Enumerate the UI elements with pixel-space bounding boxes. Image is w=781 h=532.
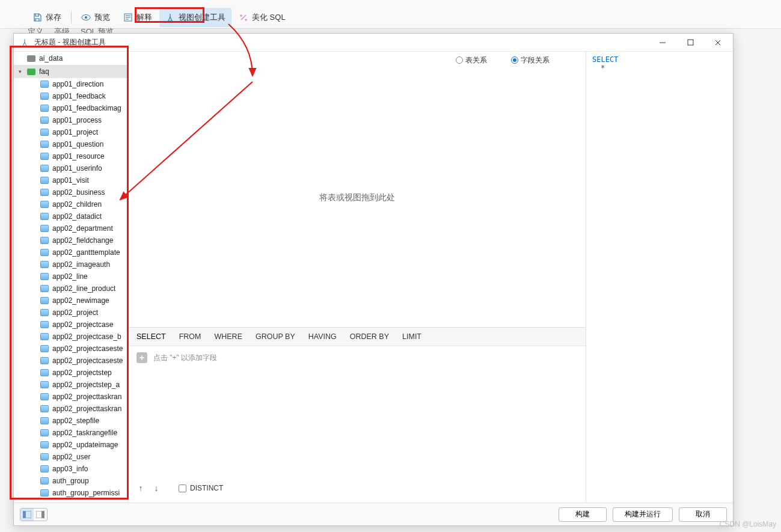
table-label: app03_info: [52, 465, 88, 473]
table-label: app02_project: [52, 308, 98, 317]
table-node[interactable]: auth_group_permissi: [14, 487, 127, 499]
parent-toolbar: 保存 预览 解释 视图创建工具 美化 SQL: [0, 0, 781, 29]
maximize-button[interactable]: [676, 34, 704, 52]
table-node[interactable]: app01_question: [14, 138, 127, 150]
radio-label: 表关系: [465, 55, 487, 66]
move-up-button[interactable]: ↑: [136, 483, 145, 493]
distinct-checkbox[interactable]: DISTINCT: [179, 484, 223, 492]
db-node-ai-data[interactable]: ai_data: [14, 52, 127, 65]
clause-tab-from[interactable]: FROM: [178, 331, 203, 342]
table-node[interactable]: app01_feedback: [14, 90, 127, 102]
table-icon: [40, 189, 49, 196]
table-label: app02_stepfile: [52, 417, 99, 425]
cancel-button[interactable]: 取消: [679, 507, 727, 522]
layout-right-icon[interactable]: [34, 509, 47, 521]
canvas-hint: 将表或视图拖到此处: [319, 192, 395, 203]
radio-field-relation[interactable]: 字段关系: [511, 55, 550, 66]
clause-tab-group-by[interactable]: GROUP BY: [254, 331, 296, 342]
dialog-footer: 构建 构建并运行 取消: [14, 503, 733, 525]
table-icon: [40, 129, 49, 136]
close-button[interactable]: [704, 34, 732, 52]
table-node[interactable]: app02_newimage: [14, 295, 127, 307]
radio-table-relation[interactable]: 表关系: [456, 55, 487, 66]
table-node[interactable]: app02_projectcase: [14, 319, 127, 331]
table-node[interactable]: app02_imageauth: [14, 258, 127, 271]
table-icon: [40, 321, 49, 328]
table-icon: [40, 81, 49, 88]
table-label: app02_user: [52, 453, 90, 461]
table-node[interactable]: app02_projectstep: [14, 367, 127, 379]
database-icon: [27, 55, 35, 62]
table-label: app02_business: [52, 188, 105, 197]
table-node[interactable]: app02_projectcaseste: [14, 343, 127, 355]
table-label: app02_line: [52, 272, 88, 281]
table-node[interactable]: app02_projectcase_b: [14, 331, 127, 343]
table-node[interactable]: app02_updateimage: [14, 439, 127, 451]
table-node[interactable]: app01_visit: [14, 174, 127, 186]
clause-tab-having[interactable]: HAVING: [307, 331, 338, 342]
table-icon: [40, 93, 49, 100]
table-icon: [40, 201, 49, 208]
table-node[interactable]: app02_stepfile: [14, 415, 127, 427]
table-icon: [40, 273, 49, 280]
table-icon: [40, 489, 49, 497]
panel-layout-toggle[interactable]: [20, 508, 47, 521]
table-node[interactable]: app02_line_product: [14, 283, 127, 295]
table-node[interactable]: app02_datadict: [14, 210, 127, 222]
db-tree-sidebar[interactable]: ai_data ▾ faq app01_directionapp01_feedb…: [14, 52, 128, 503]
table-node[interactable]: app02_children: [14, 198, 127, 210]
drop-canvas[interactable]: 将表或视图拖到此处: [128, 69, 586, 328]
table-label: app02_datadict: [52, 212, 102, 221]
table-label: app02_updateimage: [52, 441, 118, 449]
build-run-button[interactable]: 构建并运行: [613, 507, 673, 522]
explain-label: 解释: [136, 12, 152, 23]
add-field-button[interactable]: +: [136, 352, 147, 363]
distinct-label: DISTINCT: [190, 484, 223, 492]
explain-button[interactable]: 解释: [117, 8, 158, 27]
table-node[interactable]: app02_project: [14, 307, 127, 319]
table-node[interactable]: app01_direction: [14, 78, 127, 90]
view-builder-dialog: 无标题 - 视图创建工具 ai_data ▾ faq app01_directi…: [13, 33, 734, 526]
table-node[interactable]: app02_projectstep_a: [14, 379, 127, 391]
db-node-faq[interactable]: ▾ faq: [14, 65, 127, 78]
table-node[interactable]: app02_business: [14, 186, 127, 198]
table-node[interactable]: app01_feedbackimag: [14, 102, 127, 114]
table-node[interactable]: app01_project: [14, 126, 127, 138]
clause-tabs: SELECTFROMWHEREGROUP BYHAVINGORDER BYLIM…: [128, 328, 586, 346]
table-node[interactable]: app01_process: [14, 114, 127, 126]
table-label: app02_projecttaskran: [52, 405, 121, 413]
clause-tab-order-by[interactable]: ORDER BY: [349, 331, 390, 342]
table-node[interactable]: app01_userinfo: [14, 162, 127, 174]
table-node[interactable]: app02_fieldchange: [14, 234, 127, 246]
table-node[interactable]: auth_group: [14, 475, 127, 487]
layout-left-icon[interactable]: [20, 509, 34, 521]
move-down-button[interactable]: ↓: [152, 483, 161, 493]
table-node[interactable]: app02_projecttaskran: [14, 403, 127, 415]
table-node[interactable]: app02_department: [14, 222, 127, 234]
table-icon: [40, 417, 49, 424]
view-builder-button[interactable]: 视图创建工具: [159, 8, 231, 27]
table-node[interactable]: app02_gantttemplate: [14, 246, 127, 258]
app-icon: [20, 38, 29, 47]
build-button[interactable]: 构建: [559, 507, 607, 522]
table-node[interactable]: app02_user: [14, 451, 127, 463]
table-label: app02_imageauth: [52, 260, 110, 269]
table-label: app01_question: [52, 140, 103, 148]
minimize-button[interactable]: [649, 34, 676, 52]
relation-options: 表关系 字段关系: [128, 52, 586, 69]
table-node[interactable]: app02_taskrangefile: [14, 427, 127, 439]
table-node[interactable]: app02_projectcaseste: [14, 355, 127, 367]
table-icon: [40, 441, 49, 448]
table-node[interactable]: app02_projecttaskran: [14, 391, 127, 403]
table-icon: [40, 297, 49, 304]
clause-tab-where[interactable]: WHERE: [213, 331, 243, 342]
table-label: auth_group: [52, 477, 89, 485]
clause-tab-select[interactable]: SELECT: [135, 331, 167, 342]
table-node[interactable]: app01_resource: [14, 150, 127, 162]
table-node[interactable]: app02_line: [14, 271, 127, 283]
table-label: app01_feedbackimag: [52, 104, 121, 112]
beautify-button[interactable]: 美化 SQL: [233, 8, 292, 27]
table-node[interactable]: app03_info: [14, 463, 127, 475]
clause-tab-limit[interactable]: LIMIT: [401, 331, 423, 342]
clause-editor: + 点击 "+" 以添加字段 ↑ ↓ DISTINCT: [128, 346, 586, 503]
